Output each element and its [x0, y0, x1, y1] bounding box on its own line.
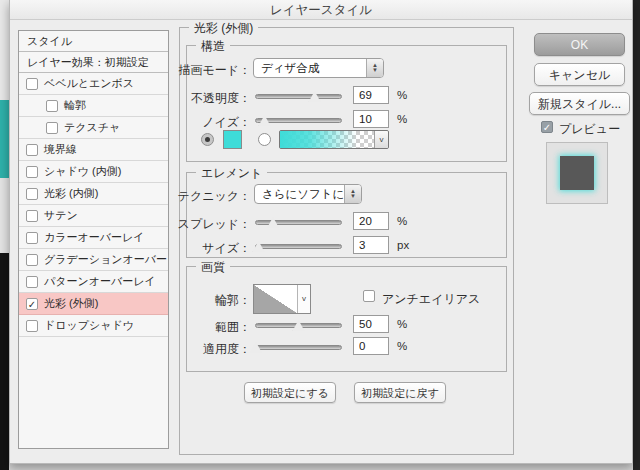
- sidebar-item-pattern-overlay[interactable]: パターンオーバーレイ: [19, 271, 168, 293]
- ok-button[interactable]: OK: [534, 33, 625, 56]
- blend-mode-select[interactable]: ディザ合成 ▲▼: [253, 58, 384, 78]
- screen: レイヤースタイル スタイル レイヤー効果：初期設定 ベベルとエンボス 輪郭 テク…: [0, 0, 640, 470]
- checkbox-icon[interactable]: [46, 100, 58, 112]
- opacity-slider[interactable]: [255, 94, 342, 99]
- checkbox-icon[interactable]: [26, 254, 38, 266]
- groupbox-legend: 光彩 (外側): [189, 20, 258, 37]
- technique-value: さらにソフトに: [262, 188, 344, 200]
- canvas-edge-left: [0, 0, 9, 100]
- sidebar-item-stroke[interactable]: 境界線: [19, 139, 168, 161]
- contour-label: 輪郭：: [95, 292, 251, 309]
- opacity-input[interactable]: [353, 86, 389, 104]
- jitter-input[interactable]: [353, 337, 389, 355]
- blend-mode-value: ディザ合成: [261, 62, 319, 74]
- antialias-checkbox[interactable]: [363, 290, 375, 302]
- spread-unit: %: [397, 215, 407, 227]
- spread-label: スプレッド：: [95, 216, 251, 233]
- size-label: サイズ：: [95, 240, 251, 257]
- checkbox-icon[interactable]: [26, 78, 38, 90]
- size-input[interactable]: [353, 236, 389, 254]
- sidebar-item-label: 光彩 (外側): [44, 296, 98, 311]
- sidebar-header-styles: スタイル: [19, 31, 168, 52]
- contour-dropdown-icon[interactable]: v: [297, 285, 310, 313]
- groupbox-legend: 構造: [196, 38, 230, 55]
- blend-mode-label: 描画モード：: [95, 62, 251, 79]
- sidebar-item-label: パターンオーバーレイ: [44, 274, 156, 289]
- preview-label: プレビュー: [559, 121, 620, 138]
- noise-label: ノイズ：: [95, 114, 251, 131]
- window-title: レイヤースタイル: [10, 0, 632, 20]
- glow-color-radio[interactable]: [201, 133, 214, 146]
- gradient-preview[interactable]: [280, 131, 374, 148]
- opacity-label: 不透明度：: [95, 90, 251, 107]
- checkbox-icon[interactable]: [26, 166, 38, 178]
- preview-glow-swatch: [560, 156, 594, 190]
- canvas-pasteboard-right: [633, 0, 640, 470]
- layer-style-dialog: レイヤースタイル スタイル レイヤー効果：初期設定 ベベルとエンボス 輪郭 テク…: [9, 0, 633, 464]
- checkbox-icon[interactable]: [26, 276, 38, 288]
- checkbox-icon[interactable]: [26, 188, 38, 200]
- groupbox-legend: 画質: [196, 259, 230, 276]
- cancel-button[interactable]: キャンセル: [534, 63, 625, 86]
- jitter-unit: %: [397, 340, 407, 352]
- glow-color-swatch[interactable]: [223, 130, 242, 149]
- range-label: 範囲：: [95, 319, 251, 336]
- range-slider[interactable]: [255, 323, 342, 328]
- technique-select[interactable]: さらにソフトに ▲▼: [254, 184, 362, 204]
- checkbox-icon[interactable]: [46, 122, 58, 134]
- spread-input[interactable]: [353, 212, 389, 230]
- antialias-label: アンチエイリアス: [382, 291, 480, 308]
- canvas-edge-left: [0, 178, 9, 253]
- size-unit: px: [397, 239, 409, 251]
- sidebar-item-label: シャドウ (内側): [44, 164, 121, 179]
- sidebar-item-label: サテン: [44, 208, 78, 223]
- reset-default-button[interactable]: 初期設定に戻す: [354, 382, 446, 403]
- new-style-button[interactable]: 新規スタイル...: [529, 92, 630, 115]
- glow-gradient-radio[interactable]: [258, 133, 271, 146]
- jitter-slider[interactable]: [255, 345, 342, 350]
- sidebar-item-inner-shadow[interactable]: シャドウ (内側): [19, 161, 168, 183]
- glow-gradient-picker[interactable]: v: [279, 130, 389, 149]
- make-default-button[interactable]: 初期設定にする: [244, 382, 336, 403]
- contour-picker[interactable]: v: [253, 284, 311, 314]
- stepper-icon[interactable]: ▲▼: [366, 59, 383, 77]
- sidebar-item-label: 境界線: [44, 142, 77, 157]
- checkbox-icon[interactable]: [26, 210, 38, 222]
- range-unit: %: [397, 318, 407, 330]
- contour-thumbnail[interactable]: [254, 285, 297, 313]
- noise-unit: %: [397, 113, 407, 125]
- jitter-label: 適用度：: [95, 341, 251, 358]
- canvas-pasteboard-left: [0, 253, 9, 470]
- technique-label: テクニック：: [95, 188, 251, 205]
- noise-input[interactable]: [353, 110, 389, 128]
- checkbox-icon[interactable]: [26, 320, 38, 332]
- gradient-dropdown-icon[interactable]: v: [374, 131, 388, 148]
- sidebar-item-label: 輪郭: [64, 98, 86, 113]
- opacity-unit: %: [397, 89, 407, 101]
- checkbox-icon[interactable]: [26, 144, 38, 156]
- spread-slider[interactable]: [255, 220, 342, 225]
- checkbox-icon[interactable]: [26, 232, 38, 244]
- canvas-artwork-sliver: [0, 100, 9, 178]
- stepper-icon[interactable]: ▲▼: [344, 185, 361, 203]
- size-slider[interactable]: [255, 244, 342, 249]
- effect-preview-thumbnail: [546, 142, 608, 204]
- checkbox-checked-icon[interactable]: ✓: [26, 298, 38, 310]
- sidebar-item-label: 光彩 (内側): [44, 186, 98, 201]
- range-input[interactable]: [353, 315, 389, 333]
- preview-checkbox[interactable]: ✓: [541, 121, 553, 133]
- noise-slider[interactable]: [255, 118, 342, 123]
- groupbox-legend: エレメント: [196, 165, 267, 182]
